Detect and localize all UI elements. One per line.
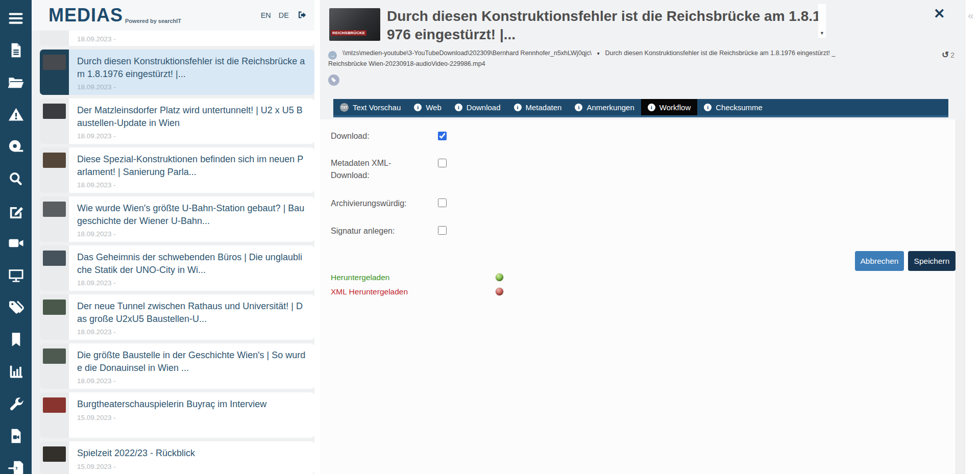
thumbnail-column xyxy=(40,98,69,144)
status-green-orb-icon xyxy=(496,273,503,281)
edit-pencil-icon xyxy=(8,203,24,221)
sidebar-item-monitor[interactable] xyxy=(0,260,32,292)
sidebar-item-tools[interactable] xyxy=(0,389,32,421)
video-thumbnail xyxy=(43,348,66,364)
tab-label: Text Vorschau xyxy=(353,103,401,112)
list-item[interactable]: Das Geheimnis der schwebenden Büros | Di… xyxy=(40,245,314,291)
tab-label: Web xyxy=(426,103,442,112)
status-heruntergeladen: Heruntergeladen xyxy=(331,273,389,282)
sidebar-item-bookmark[interactable] xyxy=(0,325,32,357)
file-path: →\\mlzs\medien-youtube\3-YouTubeDownload… xyxy=(328,49,841,69)
tab-label: Anmerkungen xyxy=(586,103,634,112)
tab-download[interactable]: iDownload xyxy=(448,99,507,115)
list-item[interactable]: Spielzeit 2022/23 - Rückblick15.09.2023 … xyxy=(40,441,314,474)
app-header: MEDIASPowered by searchIT EN DE xyxy=(32,0,314,31)
logo-text: MEDIAS xyxy=(48,5,123,26)
logout-button[interactable] xyxy=(297,10,307,20)
sidebar-item-folders[interactable] xyxy=(0,67,32,99)
video-thumbnail xyxy=(43,397,66,413)
tab-anmerkungen[interactable]: iAnmerkungen xyxy=(568,99,641,115)
tab-checksumme[interactable]: iChecksumme xyxy=(697,99,769,115)
lang-de-link[interactable]: DE xyxy=(279,11,289,19)
list-item[interactable]: Der neue Tunnel zwischen Rathaus und Uni… xyxy=(40,294,314,340)
tab-text-vorschau[interactable]: TXTText Vorschau xyxy=(333,99,407,115)
tab-workflow[interactable]: iWorkflow xyxy=(641,99,697,115)
lang-en-link[interactable]: EN xyxy=(261,11,271,19)
language-switcher: EN DE xyxy=(261,10,307,20)
tab-label: Checksumme xyxy=(716,103,763,112)
save-button[interactable]: Speichern xyxy=(908,251,955,271)
sidebar-item-tape[interactable] xyxy=(0,132,32,164)
thumbnail-column xyxy=(40,49,69,95)
item-title: Durch diesen Konstruktionsfehler ist die… xyxy=(77,55,306,80)
tab-metadaten[interactable]: iMetadaten xyxy=(507,99,569,115)
document-icon xyxy=(8,42,24,61)
hamburger-menu-icon xyxy=(7,9,25,30)
goto-path-icon[interactable]: → xyxy=(328,51,337,60)
metadaten-xml-download-checkbox[interactable] xyxy=(438,159,447,167)
item-date: 18.09.2023 - xyxy=(77,83,306,91)
item-title: Wie wurde Wien's größte U-Bahn-Station g… xyxy=(77,202,306,227)
item-title: Das Geheimnis der schwebenden Büros | Di… xyxy=(77,251,306,276)
sidebar-item-menu[interactable] xyxy=(0,3,32,35)
list-item[interactable]: 18.09.2023 - xyxy=(40,31,314,46)
wrench-icon xyxy=(8,395,24,414)
list-item[interactable]: Diese Spezial-Konstruktionen befinden si… xyxy=(40,147,314,193)
tab-label: Metadaten xyxy=(526,103,562,112)
detail-panel: REICHSBRÜCKE Durch diesen Konstruktionsf… xyxy=(320,0,965,474)
signatur-anlegen-checkbox[interactable] xyxy=(438,226,447,235)
download-label: Download: xyxy=(331,130,425,142)
sidebar-item-import[interactable] xyxy=(0,453,32,474)
tab-web[interactable]: iWeb xyxy=(407,99,448,115)
sidebar-item-warnings[interactable] xyxy=(0,99,32,132)
item-date: 18.09.2023 - xyxy=(77,35,306,43)
thumbnail-column xyxy=(40,196,69,242)
collapse-panel-icon[interactable]: « xyxy=(968,9,974,21)
search-icon xyxy=(8,170,24,189)
tab-label: Download xyxy=(467,103,501,112)
sidebar-item-media-file[interactable] xyxy=(0,421,32,453)
list-item[interactable]: Die größte Baustelle in der Geschichte W… xyxy=(40,343,314,389)
chevron-down-icon[interactable]: ▼ xyxy=(818,31,826,36)
sidebar-item-edit[interactable] xyxy=(0,196,32,228)
tab-label: Workflow xyxy=(659,103,691,112)
archivierungswuerdig-checkbox[interactable] xyxy=(438,198,447,207)
video-thumbnail xyxy=(43,251,66,266)
collapse-strip: « xyxy=(965,0,980,474)
info-icon: i xyxy=(455,104,462,111)
sidebar-item-search[interactable] xyxy=(0,164,32,196)
list-item[interactable]: Burgtheaterschauspielerin Buyraç im Inte… xyxy=(40,392,314,438)
warning-triangle-icon xyxy=(8,106,24,125)
item-title: Der Matzleinsdorfer Platz wird untertunn… xyxy=(77,104,306,129)
video-camera-icon xyxy=(8,235,24,254)
download-checkbox[interactable] xyxy=(438,132,447,140)
list-item[interactable]: Wie wurde Wien's größte U-Bahn-Station g… xyxy=(40,196,314,242)
info-icon: i xyxy=(704,104,712,111)
file-import-icon xyxy=(8,460,24,474)
close-icon[interactable]: ✕ xyxy=(934,6,945,21)
version-history-button[interactable]: ↺ 2 xyxy=(942,51,954,59)
path-caret-icon[interactable]: ▼ xyxy=(596,51,600,56)
item-date: 18.09.2023 - xyxy=(77,181,306,189)
tag-icon xyxy=(331,77,337,83)
tape-roll-icon xyxy=(8,138,24,157)
list-item-selected[interactable]: Durch diesen Konstruktionsfehler ist die… xyxy=(40,49,314,95)
logout-icon xyxy=(297,10,307,20)
detail-title: Durch diesen Konstruktionsfehler ist die… xyxy=(387,7,823,44)
item-date: 15.09.2023 - xyxy=(77,463,306,470)
list-item[interactable]: Der Matzleinsdorfer Platz wird untertunn… xyxy=(40,98,314,144)
video-thumbnail xyxy=(43,104,66,119)
cancel-button[interactable]: Abbrechen xyxy=(855,251,904,271)
sidebar-item-statistics[interactable] xyxy=(0,357,32,389)
sidebar-item-tags[interactable] xyxy=(0,292,32,325)
title-scrollbar[interactable]: ▼ xyxy=(818,4,826,38)
bookmark-icon xyxy=(8,331,24,350)
tag-badge xyxy=(328,74,339,86)
info-icon: i xyxy=(514,104,522,111)
signatur-anlegen-label: Signatur anlegen: xyxy=(331,225,425,237)
content-scrollbar[interactable] xyxy=(955,119,965,474)
sidebar-item-video[interactable] xyxy=(0,228,32,260)
app-logo: MEDIASPowered by searchIT xyxy=(48,5,181,26)
sidebar-item-documents[interactable] xyxy=(0,35,32,67)
bar-chart-icon xyxy=(8,363,24,382)
